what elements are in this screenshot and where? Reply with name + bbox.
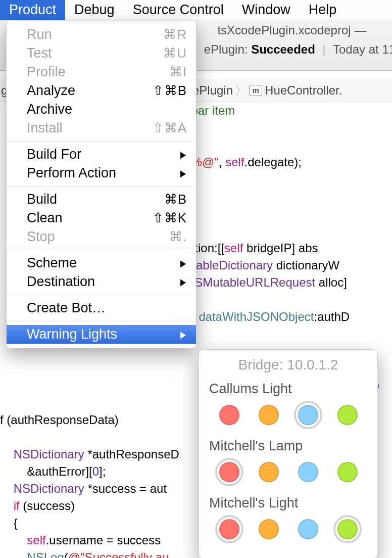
- chevron-right-icon: 〉: [233, 82, 249, 99]
- menubar: Product Debug Source Control Window Help: [0, 0, 392, 20]
- menu-build-for[interactable]: Build For▶: [7, 145, 196, 164]
- menu-build[interactable]: Build⌘B: [7, 190, 196, 209]
- menu-profile[interactable]: Profile⌘I: [7, 63, 196, 81]
- light-name: Mitchell's Lamp: [206, 436, 370, 458]
- color-blue[interactable]: [294, 515, 322, 543]
- product-menu-dropdown: Run⌘R Test⌘U Profile⌘I Analyze⇧⌘B Archiv…: [6, 21, 197, 348]
- menu-perform-action[interactable]: Perform Action▶: [7, 164, 196, 182]
- build-status: Succeeded: [251, 42, 315, 56]
- build-status-prefix: ePlugin:: [204, 42, 251, 56]
- menu-separator: [7, 250, 196, 250]
- color-green[interactable]: [333, 458, 362, 486]
- menu-test[interactable]: Test⌘U: [7, 44, 196, 63]
- title-dash: —: [354, 23, 366, 37]
- menu-product[interactable]: Product: [0, 0, 65, 20]
- menu-archive[interactable]: Archive: [7, 100, 196, 119]
- menu-separator: [7, 141, 196, 142]
- menu-destination[interactable]: Destination▶: [7, 272, 196, 291]
- color-blue[interactable]: [294, 458, 322, 486]
- objc-file-icon: [249, 85, 262, 96]
- menu-scheme[interactable]: Scheme▶: [7, 254, 196, 272]
- light-name: Callums Light: [206, 379, 370, 401]
- light-group: Mitchell's Light: [199, 492, 377, 549]
- menu-source-control[interactable]: Source Control: [124, 0, 233, 20]
- project-title: tsXcodePlugin.xcodeproj: [217, 23, 351, 37]
- menu-debug[interactable]: Debug: [65, 0, 124, 20]
- menu-separator: [7, 295, 196, 295]
- light-group: Callums Light: [199, 378, 377, 435]
- color-red[interactable]: [215, 515, 243, 543]
- breadcrumb-file[interactable]: HueController.: [265, 83, 342, 98]
- menu-install[interactable]: Install⇧⌘A: [7, 119, 196, 137]
- menu-run[interactable]: Run⌘R: [7, 25, 196, 44]
- submenu-arrow-icon: ▶: [180, 168, 186, 179]
- warning-lights-submenu: Bridge: 10.0.1.2 Callums Light Mitchell'…: [199, 349, 378, 558]
- menu-warning-lights[interactable]: Warning Lights▶: [7, 325, 196, 344]
- submenu-arrow-icon: ▶: [180, 149, 186, 160]
- menu-help[interactable]: Help: [300, 0, 346, 20]
- toolbar-separator: |: [319, 42, 330, 56]
- color-orange[interactable]: [255, 515, 283, 543]
- color-green[interactable]: [333, 515, 362, 543]
- menu-stop[interactable]: Stop⌘.: [7, 227, 196, 246]
- color-red[interactable]: [215, 401, 243, 429]
- build-time: Today at 11: [333, 42, 392, 56]
- menu-create-bot[interactable]: Create Bot…: [7, 299, 196, 317]
- color-red[interactable]: [215, 458, 243, 486]
- light-name: Mitchell's Light: [206, 493, 370, 515]
- menu-analyze[interactable]: Analyze⇧⌘B: [7, 81, 196, 100]
- submenu-arrow-icon: ▶: [180, 329, 186, 340]
- submenu-title: Bridge: 10.0.1.2: [199, 356, 377, 378]
- menu-window[interactable]: Window: [233, 0, 300, 20]
- menu-clean[interactable]: Clean⇧⌘K: [7, 209, 196, 227]
- light-group: Mitchell's Lamp: [199, 435, 377, 492]
- color-orange[interactable]: [255, 401, 283, 429]
- submenu-arrow-icon: ▶: [180, 258, 186, 269]
- color-blue[interactable]: [294, 401, 322, 429]
- color-orange[interactable]: [255, 458, 283, 486]
- menu-separator: [7, 321, 196, 321]
- menu-separator: [7, 186, 196, 187]
- submenu-arrow-icon: ▶: [180, 276, 186, 288]
- color-green[interactable]: [333, 401, 362, 429]
